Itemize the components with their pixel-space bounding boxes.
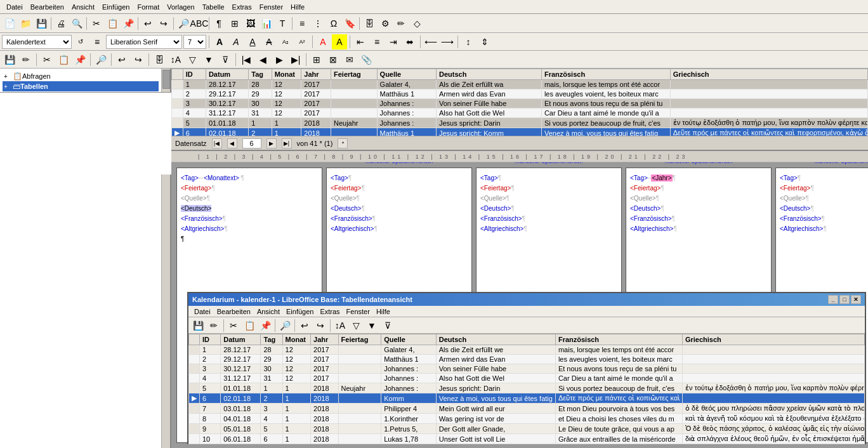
record-number-input[interactable] — [242, 138, 261, 148]
merge-btn[interactable]: ⊞ — [309, 52, 324, 67]
db-filter2-btn[interactable]: ▼ — [364, 318, 379, 333]
db-table-row[interactable]: 1006.01.18612018Lukas 1,78Unser Gott ist… — [189, 434, 865, 444]
nav-first-btn[interactable]: |◀ — [239, 52, 254, 67]
paste-btn[interactable]: 📌 — [121, 16, 136, 31]
db-menu-bearbeiten[interactable]: Bearbeiten — [214, 307, 254, 316]
menu-vorlagen[interactable]: Vorlagen — [163, 2, 198, 12]
table-row[interactable]: 330.12.1730122017Johannes :Von seiner Fü… — [172, 99, 868, 109]
edit-btn[interactable]: ✏ — [18, 52, 34, 67]
db-toggle-btn[interactable]: 🗄 — [152, 52, 167, 67]
db-col-header-deutsch[interactable]: Deutsch — [436, 334, 555, 345]
db-table-row[interactable]: 804.01.184120181.KorintherWas gering ist… — [189, 414, 865, 424]
undo2-btn[interactable]: ↩ — [114, 52, 129, 67]
franzosisch-field-1[interactable]: <Französisch> — [181, 215, 223, 222]
db-menu-fenster[interactable]: Fenster — [343, 307, 373, 316]
menu-ansicht[interactable]: Ansicht — [68, 2, 98, 12]
tag-field-2[interactable]: <Tag> — [331, 175, 348, 181]
font-size-select[interactable]: 7 — [183, 35, 206, 49]
close-btn[interactable]: ✕ — [851, 295, 861, 304]
prev-record-btn[interactable]: ◀ — [227, 138, 237, 148]
col-header-deutsch[interactable]: Deutsch — [436, 69, 541, 80]
col-header-id[interactable]: ID — [183, 69, 206, 80]
cut2-btn[interactable]: ✂ — [39, 52, 55, 67]
col-header-franzosisch[interactable]: Französisch — [541, 69, 670, 80]
save-btn[interactable]: 💾 — [34, 16, 49, 31]
sup-btn[interactable]: A² — [294, 34, 310, 49]
db-edit-btn[interactable]: ✏ — [206, 318, 221, 333]
print-btn[interactable]: 🖨 — [53, 16, 69, 31]
underline-btn[interactable]: A — [245, 34, 260, 49]
deutsch-field-4[interactable]: <Deutsch> — [630, 205, 661, 212]
filter2-btn[interactable]: ▼ — [201, 52, 216, 67]
db-table-row[interactable]: 229.12.1729122017Matthäus 1Armen wird da… — [189, 355, 865, 364]
first-record-btn[interactable]: |◀ — [212, 138, 222, 148]
deutsch-field-3[interactable]: <Deutsch> — [480, 205, 511, 212]
new-record-btn[interactable]: * — [338, 138, 348, 148]
table-row[interactable]: 501.01.18112018NeujahrJohannes :Jesus sp… — [172, 118, 868, 128]
menu-datei[interactable]: Datei — [3, 2, 27, 12]
db-table-row[interactable]: 501.01.18112018NeujahrJohannes :Jesus sp… — [189, 383, 865, 393]
merge3-btn[interactable]: 📎 — [358, 52, 374, 67]
maximize-btn[interactable]: □ — [839, 295, 850, 304]
draw-btn[interactable]: ✏ — [393, 16, 409, 31]
db-col-header-monat[interactable]: Monat — [282, 334, 311, 345]
sidebar-item-abfragen1[interactable]: + 📋 Abfragen — [3, 71, 159, 81]
image-btn[interactable]: 🖼 — [243, 16, 258, 31]
style-select[interactable]: Kalendertext — [2, 35, 72, 49]
sort-btn[interactable]: ↕A — [168, 52, 183, 67]
sub-btn[interactable]: A₂ — [278, 34, 293, 49]
db-redo-btn[interactable]: ↪ — [313, 318, 328, 333]
tag-field-5[interactable]: <Tag> — [780, 175, 798, 181]
col-header-monat[interactable]: Monat — [272, 69, 301, 80]
db-menu-ansicht[interactable]: Ansicht — [254, 307, 283, 316]
menu-hilfe[interactable]: Hilfe — [287, 2, 308, 12]
table-row[interactable]: 128.12.1728122017Galater 4,Als die Zeit … — [172, 80, 868, 89]
list-btn[interactable]: ≡ — [294, 16, 310, 31]
chart-btn[interactable]: 📊 — [259, 16, 274, 31]
indent-more-btn[interactable]: ⟶ — [440, 34, 455, 49]
last-record-btn[interactable]: ▶| — [282, 138, 292, 148]
db-table-row[interactable]: 330.12.1730122017Johannes :Von seiner Fü… — [189, 364, 865, 374]
filter3-btn[interactable]: ⊽ — [218, 52, 233, 67]
align-right-btn[interactable]: ⇥ — [386, 34, 401, 49]
copy2-btn[interactable]: 📋 — [56, 52, 71, 67]
merge2-btn[interactable]: ⊠ — [326, 52, 341, 67]
db-col-header-franzosisch[interactable]: Französisch — [555, 334, 682, 345]
db-menu-datei[interactable]: Datei — [191, 307, 214, 316]
pilcrow-btn[interactable]: ¶ — [211, 16, 227, 31]
altgriechisch-field-2[interactable]: <Altgriechisch> — [331, 225, 374, 232]
find-btn[interactable]: 🔎 — [176, 16, 191, 31]
franzosisch-field-3[interactable]: <Französisch> — [480, 215, 522, 222]
altgriechisch-field-4[interactable]: <Altgriechisch> — [630, 225, 673, 232]
db-col-header-tag[interactable]: Tag — [261, 334, 282, 345]
franzosisch-field-5[interactable]: <Französisch> — [780, 215, 822, 222]
nav-next-btn[interactable]: ▶ — [272, 52, 287, 67]
feiertag-field-5[interactable]: <Feiertag> — [780, 185, 810, 192]
nav-prev-btn[interactable]: ◀ — [255, 52, 270, 67]
altgriechisch-field-5[interactable]: <Altgriechisch> — [780, 225, 823, 232]
db-col-header-quelle[interactable]: Quelle — [381, 334, 437, 345]
save2-btn[interactable]: 💾 — [2, 52, 17, 67]
db-paste-btn[interactable]: 📌 — [258, 318, 273, 333]
menu-einfugen[interactable]: Einfügen — [98, 2, 133, 12]
shapes-btn[interactable]: ◇ — [409, 16, 424, 31]
redo2-btn[interactable]: ↪ — [131, 52, 146, 67]
feiertag-field-4[interactable]: <Feiertag> — [630, 185, 661, 192]
db-sort-btn[interactable]: ↕A — [332, 318, 348, 333]
col-header-griechisch[interactable]: Griechisch — [670, 69, 867, 80]
tag-field-3[interactable]: <Tag> — [480, 175, 498, 181]
spellcheck-btn[interactable]: ABC — [192, 16, 207, 31]
open-btn[interactable]: 📁 — [18, 16, 33, 31]
db-table-row[interactable]: ▶602.01.18212018KommVenez à moi, vous to… — [189, 393, 865, 404]
nav-last-btn[interactable]: ▶| — [288, 52, 303, 67]
align-center-btn[interactable]: ≡ — [369, 34, 385, 49]
deutsch-field-2[interactable]: <Deutsch> — [331, 205, 361, 212]
minimize-btn[interactable]: _ — [828, 295, 838, 304]
db-find-btn[interactable]: 🔎 — [277, 318, 293, 333]
col-header-datum[interactable]: Datum — [206, 69, 248, 80]
db-col-header-id[interactable]: ID — [200, 334, 221, 345]
deutsch-field-5[interactable]: <Deutsch> — [780, 205, 810, 212]
col-header-jahr[interactable]: Jahr — [301, 69, 331, 80]
db-cut-btn[interactable]: ✂ — [226, 318, 241, 333]
cut-btn[interactable]: ✂ — [89, 16, 104, 31]
